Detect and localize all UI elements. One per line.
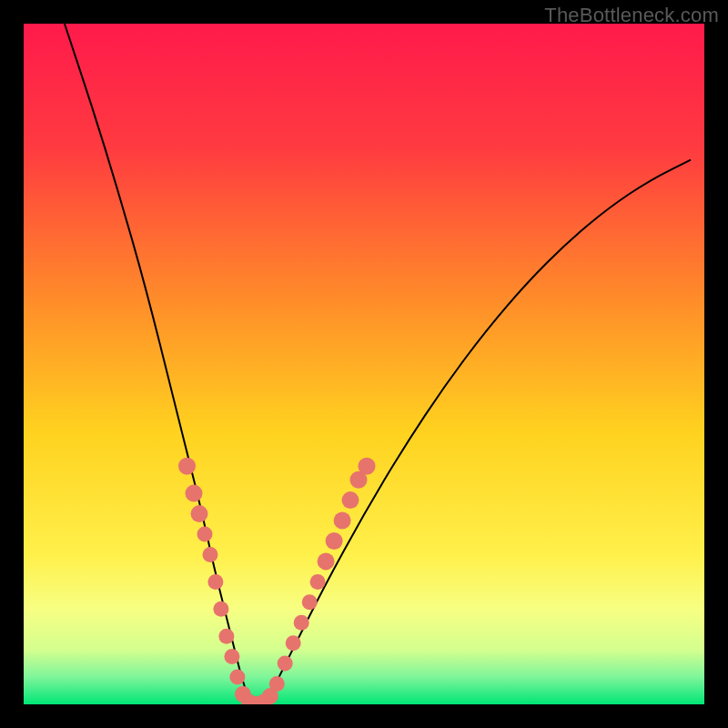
bead-point xyxy=(191,505,208,522)
bead-point xyxy=(213,602,228,617)
bead-point xyxy=(318,552,335,570)
bead-point xyxy=(334,512,351,530)
bead-point xyxy=(207,574,223,590)
bead-point xyxy=(186,485,203,502)
bead-point xyxy=(203,547,218,562)
bead-point xyxy=(342,491,359,509)
bead-point xyxy=(310,574,326,590)
bead-point xyxy=(302,594,318,610)
bead-point xyxy=(197,527,213,542)
bead-point xyxy=(178,458,196,475)
chart-svg xyxy=(24,24,704,704)
bead-point xyxy=(278,656,293,672)
bead-point xyxy=(269,676,285,692)
chart-frame xyxy=(24,24,704,704)
gradient-background xyxy=(24,24,704,704)
watermark-text: TheBottleneck.com xyxy=(544,4,719,27)
bead-point xyxy=(359,458,376,475)
bead-point xyxy=(229,670,245,685)
bead-point xyxy=(218,629,234,644)
bead-point xyxy=(286,635,301,651)
bead-point xyxy=(326,532,343,550)
bead-point xyxy=(294,615,309,631)
bead-point xyxy=(224,649,239,664)
